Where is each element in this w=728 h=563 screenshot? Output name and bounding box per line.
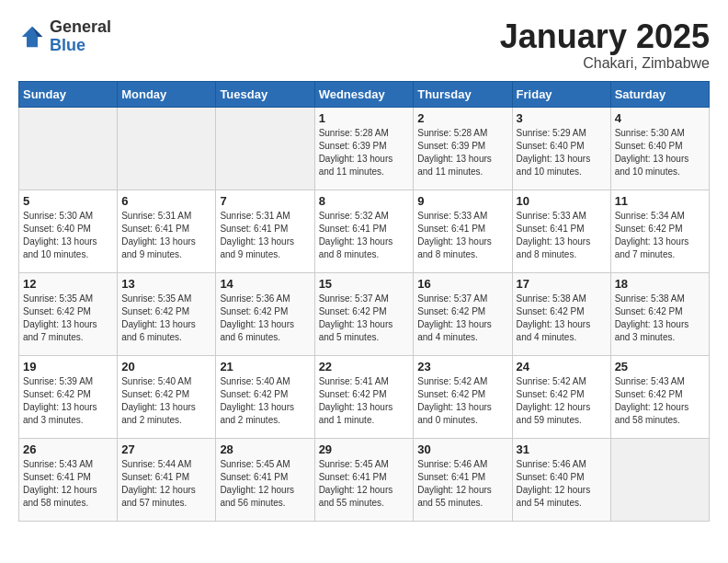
calendar-cell: 11Sunrise: 5:34 AM Sunset: 6:42 PM Dayli… <box>610 190 709 272</box>
logo-blue-text: Blue <box>50 37 111 55</box>
calendar-cell <box>118 107 216 190</box>
day-number: 29 <box>319 442 410 456</box>
calendar-cell: 14Sunrise: 5:36 AM Sunset: 6:42 PM Dayli… <box>216 272 314 355</box>
day-number: 15 <box>319 277 410 291</box>
calendar-table: Sunday Monday Tuesday Wednesday Thursday… <box>18 81 710 522</box>
month-title: January 2025 <box>500 18 710 55</box>
day-number: 23 <box>417 360 507 373</box>
calendar-week-4: 19Sunrise: 5:39 AM Sunset: 6:42 PM Dayli… <box>19 355 710 438</box>
calendar-cell <box>610 438 709 521</box>
day-number: 6 <box>121 194 211 208</box>
header-wednesday: Wednesday <box>314 81 414 107</box>
calendar-cell: 12Sunrise: 5:35 AM Sunset: 6:42 PM Dayli… <box>19 272 118 355</box>
calendar-cell: 19Sunrise: 5:39 AM Sunset: 6:42 PM Dayli… <box>19 355 118 438</box>
day-info: Sunrise: 5:40 AM Sunset: 6:42 PM Dayligh… <box>220 375 310 427</box>
day-info: Sunrise: 5:35 AM Sunset: 6:42 PM Dayligh… <box>121 293 211 344</box>
day-number: 13 <box>121 277 211 291</box>
day-info: Sunrise: 5:45 AM Sunset: 6:41 PM Dayligh… <box>319 458 410 510</box>
calendar-cell: 1Sunrise: 5:28 AM Sunset: 6:39 PM Daylig… <box>314 107 414 190</box>
day-info: Sunrise: 5:37 AM Sunset: 6:42 PM Dayligh… <box>319 293 410 344</box>
day-info: Sunrise: 5:31 AM Sunset: 6:41 PM Dayligh… <box>121 210 211 261</box>
calendar-cell: 4Sunrise: 5:30 AM Sunset: 6:40 PM Daylig… <box>610 107 709 190</box>
day-info: Sunrise: 5:28 AM Sunset: 6:39 PM Dayligh… <box>319 127 410 178</box>
day-info: Sunrise: 5:42 AM Sunset: 6:42 PM Dayligh… <box>517 375 607 427</box>
calendar-cell: 20Sunrise: 5:40 AM Sunset: 6:42 PM Dayli… <box>118 355 216 438</box>
day-number: 8 <box>319 194 410 208</box>
day-number: 18 <box>615 277 705 291</box>
calendar-cell: 8Sunrise: 5:32 AM Sunset: 6:41 PM Daylig… <box>314 190 414 272</box>
day-info: Sunrise: 5:43 AM Sunset: 6:41 PM Dayligh… <box>23 458 113 510</box>
day-number: 1 <box>319 111 410 125</box>
day-info: Sunrise: 5:29 AM Sunset: 6:40 PM Dayligh… <box>517 127 607 178</box>
calendar-cell: 30Sunrise: 5:46 AM Sunset: 6:41 PM Dayli… <box>414 438 512 521</box>
day-number: 28 <box>220 442 310 456</box>
day-number: 5 <box>23 194 113 208</box>
calendar-cell: 16Sunrise: 5:37 AM Sunset: 6:42 PM Dayli… <box>414 272 512 355</box>
day-number: 26 <box>23 442 113 456</box>
day-info: Sunrise: 5:34 AM Sunset: 6:42 PM Dayligh… <box>615 210 705 261</box>
calendar-cell: 3Sunrise: 5:29 AM Sunset: 6:40 PM Daylig… <box>512 107 610 190</box>
logo-general-text: General <box>50 18 111 37</box>
day-number: 25 <box>615 360 705 373</box>
day-info: Sunrise: 5:45 AM Sunset: 6:41 PM Dayligh… <box>220 458 310 510</box>
calendar-cell: 31Sunrise: 5:46 AM Sunset: 6:40 PM Dayli… <box>512 438 610 521</box>
day-number: 24 <box>517 360 607 373</box>
calendar-cell: 21Sunrise: 5:40 AM Sunset: 6:42 PM Dayli… <box>216 355 314 438</box>
day-info: Sunrise: 5:42 AM Sunset: 6:42 PM Dayligh… <box>417 375 507 427</box>
logo-icon <box>18 23 46 51</box>
header-saturday: Saturday <box>610 81 709 107</box>
calendar-cell: 29Sunrise: 5:45 AM Sunset: 6:41 PM Dayli… <box>314 438 414 521</box>
day-info: Sunrise: 5:40 AM Sunset: 6:42 PM Dayligh… <box>121 375 211 427</box>
calendar-cell: 25Sunrise: 5:43 AM Sunset: 6:42 PM Dayli… <box>610 355 709 438</box>
calendar-cell <box>19 107 118 190</box>
day-info: Sunrise: 5:41 AM Sunset: 6:42 PM Dayligh… <box>319 375 410 427</box>
calendar-cell: 22Sunrise: 5:41 AM Sunset: 6:42 PM Dayli… <box>314 355 414 438</box>
day-info: Sunrise: 5:38 AM Sunset: 6:42 PM Dayligh… <box>615 293 705 344</box>
day-number: 10 <box>517 194 607 208</box>
calendar-cell: 5Sunrise: 5:30 AM Sunset: 6:40 PM Daylig… <box>19 190 118 272</box>
logo: General Blue <box>18 18 111 55</box>
calendar-cell: 6Sunrise: 5:31 AM Sunset: 6:41 PM Daylig… <box>118 190 216 272</box>
location-subtitle: Chakari, Zimbabwe <box>500 55 710 72</box>
day-info: Sunrise: 5:28 AM Sunset: 6:39 PM Dayligh… <box>417 127 507 178</box>
day-number: 7 <box>220 194 310 208</box>
calendar-week-3: 12Sunrise: 5:35 AM Sunset: 6:42 PM Dayli… <box>19 272 710 355</box>
day-number: 2 <box>417 111 507 125</box>
day-info: Sunrise: 5:37 AM Sunset: 6:42 PM Dayligh… <box>417 293 507 344</box>
calendar-week-5: 26Sunrise: 5:43 AM Sunset: 6:41 PM Dayli… <box>19 438 710 521</box>
day-number: 9 <box>417 194 507 208</box>
day-info: Sunrise: 5:32 AM Sunset: 6:41 PM Dayligh… <box>319 210 410 261</box>
calendar-cell: 2Sunrise: 5:28 AM Sunset: 6:39 PM Daylig… <box>414 107 512 190</box>
day-number: 12 <box>23 277 113 291</box>
day-info: Sunrise: 5:30 AM Sunset: 6:40 PM Dayligh… <box>23 210 113 261</box>
header-row: Sunday Monday Tuesday Wednesday Thursday… <box>19 81 710 107</box>
day-info: Sunrise: 5:33 AM Sunset: 6:41 PM Dayligh… <box>417 210 507 261</box>
calendar-week-2: 5Sunrise: 5:30 AM Sunset: 6:40 PM Daylig… <box>19 190 710 272</box>
day-info: Sunrise: 5:39 AM Sunset: 6:42 PM Dayligh… <box>23 375 113 427</box>
calendar-header: Sunday Monday Tuesday Wednesday Thursday… <box>19 81 710 107</box>
header-sunday: Sunday <box>19 81 118 107</box>
page-header: General Blue January 2025 Chakari, Zimba… <box>18 18 710 72</box>
header-thursday: Thursday <box>414 81 512 107</box>
day-info: Sunrise: 5:46 AM Sunset: 6:41 PM Dayligh… <box>417 458 507 510</box>
calendar-cell: 9Sunrise: 5:33 AM Sunset: 6:41 PM Daylig… <box>414 190 512 272</box>
day-number: 14 <box>220 277 310 291</box>
day-info: Sunrise: 5:30 AM Sunset: 6:40 PM Dayligh… <box>615 127 705 178</box>
day-info: Sunrise: 5:36 AM Sunset: 6:42 PM Dayligh… <box>220 293 310 344</box>
day-number: 21 <box>220 360 310 373</box>
calendar-cell: 17Sunrise: 5:38 AM Sunset: 6:42 PM Dayli… <box>512 272 610 355</box>
calendar-cell: 26Sunrise: 5:43 AM Sunset: 6:41 PM Dayli… <box>19 438 118 521</box>
day-info: Sunrise: 5:31 AM Sunset: 6:41 PM Dayligh… <box>220 210 310 261</box>
calendar-cell: 27Sunrise: 5:44 AM Sunset: 6:41 PM Dayli… <box>118 438 216 521</box>
calendar-body: 1Sunrise: 5:28 AM Sunset: 6:39 PM Daylig… <box>19 107 710 521</box>
day-number: 16 <box>417 277 507 291</box>
calendar-cell: 23Sunrise: 5:42 AM Sunset: 6:42 PM Dayli… <box>414 355 512 438</box>
day-info: Sunrise: 5:44 AM Sunset: 6:41 PM Dayligh… <box>121 458 211 510</box>
title-section: January 2025 Chakari, Zimbabwe <box>500 18 710 72</box>
calendar-cell: 10Sunrise: 5:33 AM Sunset: 6:41 PM Dayli… <box>512 190 610 272</box>
header-friday: Friday <box>512 81 610 107</box>
calendar-cell <box>216 107 314 190</box>
calendar-cell: 7Sunrise: 5:31 AM Sunset: 6:41 PM Daylig… <box>216 190 314 272</box>
calendar-cell: 18Sunrise: 5:38 AM Sunset: 6:42 PM Dayli… <box>610 272 709 355</box>
day-number: 4 <box>615 111 705 125</box>
